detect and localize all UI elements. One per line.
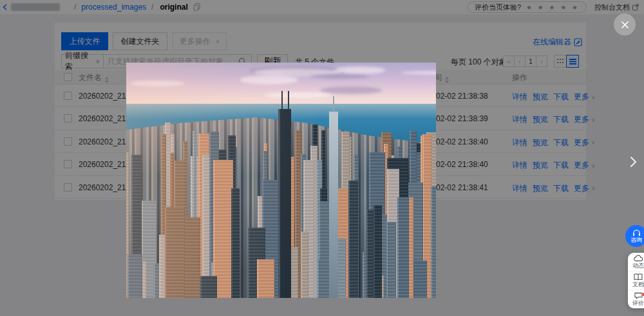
- skyline-building: [431, 186, 436, 298]
- docs-label: 文档: [632, 281, 644, 288]
- cloud-shape: [240, 75, 298, 84]
- skyline-building: [257, 259, 274, 298]
- feedback-shortcut[interactable]: 评价: [628, 290, 644, 308]
- news-label: 动态: [632, 262, 644, 269]
- skyline-building: [386, 222, 396, 298]
- tower-antenna: [288, 91, 289, 110]
- close-icon: [621, 21, 629, 29]
- cos-console-page: / processed_images / original 评价当页体验? ★ …: [0, 0, 644, 316]
- next-image-button[interactable]: [623, 152, 643, 172]
- cloud-shape: [333, 66, 386, 74]
- tower-spire: [333, 96, 334, 112]
- skyline-building: [301, 232, 308, 298]
- chevron-right-icon: [630, 156, 637, 168]
- preview-image: [126, 63, 436, 298]
- skyline-building: [200, 276, 217, 298]
- skyline-building: [183, 217, 200, 298]
- feedback-shortcut-label: 评价: [632, 300, 644, 306]
- docs-shortcut[interactable]: 文档: [628, 271, 644, 290]
- news-shortcut[interactable]: 动态: [628, 253, 644, 271]
- cloud-shape: [310, 74, 370, 79]
- skyline-building: [374, 205, 382, 298]
- cloud-icon: [634, 255, 643, 262]
- cloud-shape: [320, 86, 383, 94]
- skyline-building: [165, 207, 185, 298]
- tower-antenna: [281, 91, 283, 110]
- book-icon: [634, 273, 643, 281]
- skyline-building: [348, 181, 358, 298]
- skyline-building: [128, 254, 142, 298]
- headset-icon: [632, 230, 641, 237]
- consult-button[interactable]: 咨询: [625, 225, 644, 247]
- skyline-building: [397, 197, 409, 298]
- skyline-building: [231, 188, 240, 298]
- consult-label: 咨询: [630, 237, 642, 243]
- skyline-landmark-tower: [278, 109, 291, 298]
- close-preview-button[interactable]: [614, 14, 636, 35]
- cloud-shape: [130, 81, 185, 86]
- floating-shortcuts: 动态 文档 评价: [628, 253, 644, 308]
- cloud-shape: [263, 92, 332, 98]
- chat-icon: [634, 292, 643, 299]
- skyline-landmark-tower: [329, 112, 338, 298]
